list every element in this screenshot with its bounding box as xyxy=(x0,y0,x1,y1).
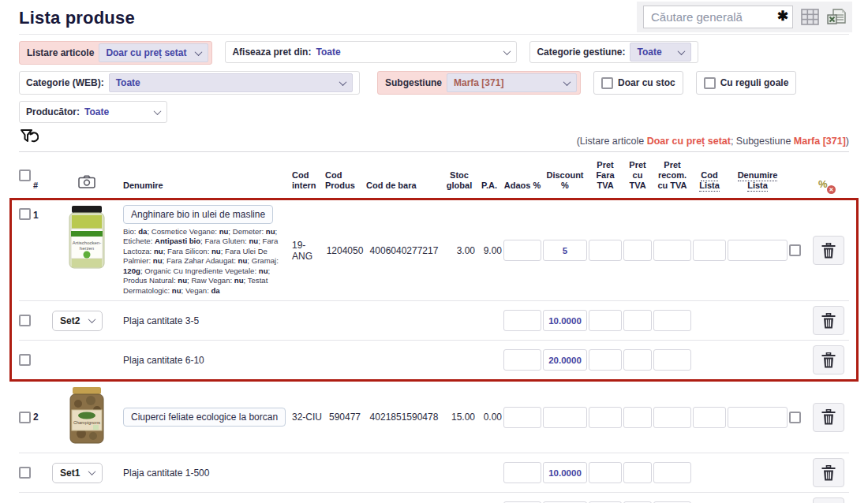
discount-input[interactable] xyxy=(543,310,587,331)
pret-fara-tva-input[interactable] xyxy=(589,407,622,428)
excel-export-icon[interactable] xyxy=(827,9,846,26)
discount-input[interactable] xyxy=(543,240,587,261)
adaos-input[interactable] xyxy=(503,240,541,261)
listare-articole-select[interactable]: Doar cu preț setat xyxy=(99,43,208,62)
col-adaos: Adaos % xyxy=(503,181,541,191)
svg-text:Champignons: Champignons xyxy=(73,420,100,425)
row-checkbox[interactable] xyxy=(19,467,31,479)
discount-input[interactable] xyxy=(543,349,587,371)
pret-fara-tva-input[interactable] xyxy=(589,310,622,331)
row-index: 2 xyxy=(33,412,51,423)
filter-row-2: Categorie (WEB): Toate Subgestiune Marfa… xyxy=(19,71,849,95)
filter-producator[interactable]: Producător: Toate xyxy=(19,101,167,123)
product-name-badge[interactable]: Anghinare bio in ulei de masline xyxy=(123,205,273,224)
pret-fara-tva-input[interactable] xyxy=(589,462,622,483)
selected-value: Doar cu preț setat xyxy=(106,47,186,58)
product-photo: Champignons xyxy=(67,386,107,448)
search-wrap: ✱ xyxy=(643,6,793,28)
table-header-row: # Denumire Cod intern Cod Produs Cod de … xyxy=(19,152,849,198)
remove-discount-icon[interactable]: % ✕ xyxy=(818,178,832,191)
row-end-checkbox[interactable] xyxy=(789,412,801,423)
row-checkbox[interactable] xyxy=(19,412,31,423)
product-name-badge[interactable]: Ciuperci feliate ecologice la borcan xyxy=(123,408,286,427)
highlight-rectangle: 1 Artischocken- herzen Ang xyxy=(9,198,859,382)
discount-input[interactable] xyxy=(543,462,587,483)
selected-value: Toate xyxy=(116,77,140,88)
search-panel: ✱ xyxy=(637,2,852,32)
pret-cu-tva-input[interactable] xyxy=(623,407,652,428)
filter-cu-reguli-goale[interactable]: Cu reguli goale xyxy=(696,71,797,95)
chevron-down-icon xyxy=(88,315,96,323)
col-pret-fara-tva: Pret Fara TVA xyxy=(589,160,622,191)
set-select[interactable]: Set1 xyxy=(52,463,103,483)
pret-recom-input[interactable] xyxy=(653,310,691,331)
denumire-lista-input[interactable] xyxy=(728,240,788,261)
stoc-global-value: 3.00 xyxy=(443,245,475,256)
pret-cu-tva-input[interactable] xyxy=(623,240,652,261)
subgestiune-select[interactable]: Marfa [371] xyxy=(447,73,577,92)
denumire-lista-input[interactable] xyxy=(728,407,788,428)
chevron-down-icon xyxy=(503,47,511,55)
row-end-checkbox[interactable] xyxy=(789,244,801,256)
pret-cu-tva-input[interactable] xyxy=(623,310,652,331)
col-cod-produs: Cod Produs xyxy=(325,170,365,191)
col-pret-recom-cu-tva: Pret recom. cu TVA xyxy=(653,160,691,191)
doar-cu-stoc-checkbox[interactable] xyxy=(601,77,613,89)
delete-row-button[interactable] xyxy=(813,345,844,374)
col-denumire-lista[interactable]: Denumire Lista xyxy=(728,170,788,191)
pret-cu-tva-input[interactable] xyxy=(623,462,652,483)
set-select[interactable]: Set2 xyxy=(52,311,103,331)
filter-label: Categorie (WEB): xyxy=(26,77,104,88)
pret-recom-input[interactable] xyxy=(653,462,691,483)
filter-doar-cu-stoc[interactable]: Doar cu stoc xyxy=(593,71,683,95)
stoc-global-value: 15.00 xyxy=(443,412,475,423)
search-input[interactable] xyxy=(643,6,793,28)
adaos-input[interactable] xyxy=(503,310,541,331)
col-cod-intern: Cod intern xyxy=(292,170,324,191)
adaos-input[interactable] xyxy=(503,462,541,483)
top-bar: Lista produse ✱ xyxy=(19,0,849,35)
table-row: Plaja cantitate 501-1000 xyxy=(19,492,849,503)
filter-subgestiune: Subgestiune Marfa [371] xyxy=(377,71,581,95)
adaos-input[interactable] xyxy=(503,407,541,428)
cod-lista-input[interactable] xyxy=(693,240,726,261)
selected-value: Toate xyxy=(637,47,661,58)
filter-label: Producător: xyxy=(26,106,80,117)
plaja-name: Plaja cantitate 3-5 xyxy=(123,315,290,326)
select-all-checkbox[interactable] xyxy=(19,170,31,181)
delete-row-button[interactable] xyxy=(813,497,844,503)
row-checkbox[interactable] xyxy=(19,354,31,366)
delete-row-button[interactable] xyxy=(813,403,844,432)
pret-fara-tva-input[interactable] xyxy=(589,240,622,261)
reset-filters-icon[interactable] xyxy=(19,128,39,147)
row-checkbox[interactable] xyxy=(19,208,31,220)
col-pret-cu-tva: Pret cu TVA xyxy=(623,160,652,191)
categorie-gestiune-select[interactable]: Toate xyxy=(630,43,691,61)
adaos-input[interactable] xyxy=(503,349,541,371)
delete-row-button[interactable] xyxy=(813,458,844,487)
cod-bara-value: 4021851590478 xyxy=(366,412,442,423)
summary-text: (Listare articole xyxy=(577,136,647,147)
pret-recom-input[interactable] xyxy=(653,240,691,261)
active-filters-summary: (Listare articole Doar cu preț setat; Su… xyxy=(577,136,849,147)
products-table: # Denumire Cod intern Cod Produs Cod de … xyxy=(19,151,849,503)
cod-intern-value: 19-ANG xyxy=(292,240,324,262)
pret-fara-tva-input[interactable] xyxy=(589,349,622,371)
cod-lista-input[interactable] xyxy=(693,407,726,428)
discount-input[interactable] xyxy=(543,407,587,428)
search-clear-icon[interactable]: ✱ xyxy=(777,8,788,24)
cod-bara-value: 4006040277217 xyxy=(366,245,442,256)
delete-row-button[interactable] xyxy=(813,306,844,335)
pret-cu-tva-input[interactable] xyxy=(623,349,652,371)
filter-afiseaza-pret[interactable]: Afiseaza pret din: Toate xyxy=(225,41,517,63)
pret-recom-input[interactable] xyxy=(653,349,691,371)
pret-recom-input[interactable] xyxy=(653,407,691,428)
col-cod-lista[interactable]: Cod Lista xyxy=(693,170,726,191)
row-checkbox[interactable] xyxy=(19,315,31,326)
categorie-web-select[interactable]: Toate xyxy=(109,73,353,92)
cu-reguli-goale-checkbox[interactable] xyxy=(704,77,716,89)
grid-view-icon[interactable] xyxy=(801,9,819,25)
filter-categorie-gestiune: Categorie gestiune: Toate xyxy=(529,41,698,63)
table-row: 2 Champignons Ciuperci feliate ecologice… xyxy=(19,382,849,453)
delete-row-button[interactable] xyxy=(813,236,844,265)
